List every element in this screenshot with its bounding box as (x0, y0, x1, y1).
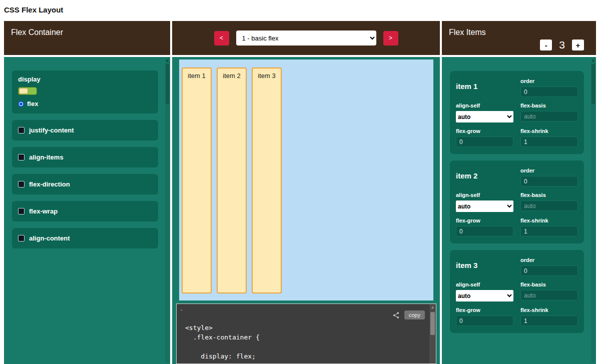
align-items-label: align-items (29, 154, 64, 161)
code-toolbar: copy (392, 310, 425, 320)
next-example-button[interactable]: > (383, 31, 398, 46)
align-self-select[interactable]: auto (456, 290, 513, 302)
align-content-label: align-content (29, 234, 70, 242)
main-columns: Flex Container display flex justify-cont… (0, 21, 600, 364)
add-item-button[interactable]: + (572, 40, 584, 50)
flex-items-header: Flex Items - 3 + (442, 21, 596, 55)
item-name: item 3 (456, 257, 513, 276)
page-title: CSS Flex Layout (0, 0, 600, 21)
flex-grow-input[interactable] (456, 136, 513, 147)
item-panel-2: item 2 order align-self auto flex-basis (450, 160, 584, 244)
scroll-up-icon[interactable]: ▲ (165, 58, 170, 63)
preview-item-2: item 2 (217, 68, 247, 294)
order-input[interactable] (520, 176, 578, 186)
flex-basis-field: flex-basis (520, 192, 578, 212)
code-dot: . (181, 305, 182, 312)
display-flex-radio-row[interactable]: flex (18, 100, 152, 108)
item-panel-1: item 1 order align-self auto flex-basis (450, 71, 584, 154)
left-scrollbar[interactable]: ▲ (165, 58, 170, 363)
scroll-up-icon[interactable]: ▲ (591, 58, 595, 63)
flex-shrink-input[interactable] (520, 226, 578, 236)
order-label: order (520, 78, 578, 84)
align-self-select[interactable]: auto (456, 200, 513, 212)
order-field: order (520, 168, 578, 186)
option-flex-wrap[interactable]: flex-wrap (12, 201, 158, 222)
flex-shrink-field: flex-shrink (520, 128, 578, 147)
flex-basis-label: flex-basis (520, 102, 578, 108)
display-option-panel: display flex (12, 70, 158, 114)
option-justify-content[interactable]: justify-content (12, 120, 158, 140)
flex-basis-label: flex-basis (520, 192, 578, 198)
justify-content-checkbox[interactable] (18, 127, 25, 134)
flex-grow-field: flex-grow (456, 128, 513, 147)
align-self-label: align-self (456, 192, 513, 198)
item-panel-3: item 3 order align-self auto flex-basis (450, 250, 584, 333)
example-select[interactable]: 1 - basic flex (236, 30, 376, 46)
flex-radio-label: flex (27, 100, 38, 108)
flex-grow-label: flex-grow (456, 128, 513, 134)
option-align-content[interactable]: align-content (12, 228, 158, 248)
scrollbar-thumb[interactable] (430, 312, 435, 335)
flex-direction-checkbox[interactable] (18, 181, 25, 188)
scrollbar-thumb[interactable] (166, 64, 169, 104)
option-align-items[interactable]: align-items (12, 147, 158, 168)
flex-shrink-label: flex-shrink (520, 218, 578, 224)
flex-shrink-field: flex-shrink (520, 218, 578, 236)
order-field: order (520, 78, 578, 97)
flex-radio[interactable] (18, 101, 24, 107)
flex-basis-input[interactable] (520, 200, 578, 211)
flex-items-title: Flex Items (449, 28, 486, 37)
flex-shrink-label: flex-shrink (520, 128, 578, 134)
flex-basis-label: flex-basis (520, 282, 578, 288)
flex-basis-input[interactable] (520, 290, 578, 300)
flex-wrap-checkbox[interactable] (18, 208, 25, 214)
order-input[interactable] (520, 266, 578, 276)
flex-shrink-field: flex-shrink (520, 307, 578, 326)
flex-shrink-input[interactable] (520, 136, 578, 147)
item-count-controls: - 3 + (540, 39, 584, 51)
generated-css-code: <style> .flex-container { display: flex; (185, 323, 436, 361)
toggle-knob-icon (19, 88, 28, 94)
flex-wrap-label: flex-wrap (29, 208, 58, 215)
copy-button[interactable]: copy (404, 310, 425, 320)
align-self-label: align-self (456, 282, 513, 288)
align-self-select[interactable]: auto (456, 111, 513, 122)
align-self-label: align-self (456, 102, 513, 108)
preview-body: item 1 item 2 item 3 . copy <style> .fle… (172, 57, 440, 364)
flex-grow-label: flex-grow (456, 307, 513, 313)
align-self-field: align-self auto (456, 102, 513, 122)
order-label: order (520, 168, 578, 174)
share-icon[interactable] (392, 312, 400, 319)
flex-basis-input[interactable] (520, 111, 578, 122)
item-name: item 1 (456, 78, 513, 97)
align-items-checkbox[interactable] (18, 154, 25, 160)
right-scrollbar[interactable]: ▲ (591, 58, 595, 363)
flex-grow-input[interactable] (456, 316, 513, 326)
preview-item-1: item 1 (182, 68, 212, 294)
flex-items-body: item 1 order align-self auto flex-basis (442, 57, 596, 364)
flex-grow-input[interactable] (456, 226, 513, 236)
flex-grow-label: flex-grow (456, 218, 513, 224)
order-field: order (520, 257, 578, 276)
display-label: display (18, 76, 152, 83)
flex-container-title: Flex Container (11, 28, 63, 37)
scrollbar-thumb[interactable] (591, 64, 595, 104)
preview-item-3: item 3 (252, 68, 282, 294)
justify-content-label: justify-content (29, 126, 74, 134)
order-input[interactable] (520, 86, 578, 97)
flex-basis-field: flex-basis (520, 282, 578, 302)
remove-item-button[interactable]: - (540, 40, 552, 50)
radio-dot-icon (20, 102, 23, 106)
code-scrollbar[interactable]: ▲ (429, 304, 436, 364)
item-count: 3 (559, 39, 565, 51)
display-toggle[interactable] (18, 87, 37, 95)
align-content-checkbox[interactable] (18, 235, 25, 242)
prev-example-button[interactable]: < (214, 31, 229, 46)
flex-container-header: Flex Container (4, 21, 170, 55)
code-panel: . copy <style> .flex-container { display… (176, 304, 436, 364)
flex-grow-field: flex-grow (456, 218, 513, 236)
flex-grow-field: flex-grow (456, 307, 513, 326)
scroll-up-icon[interactable]: ▲ (429, 304, 436, 311)
option-flex-direction[interactable]: flex-direction (12, 174, 158, 194)
flex-shrink-input[interactable] (520, 316, 578, 326)
